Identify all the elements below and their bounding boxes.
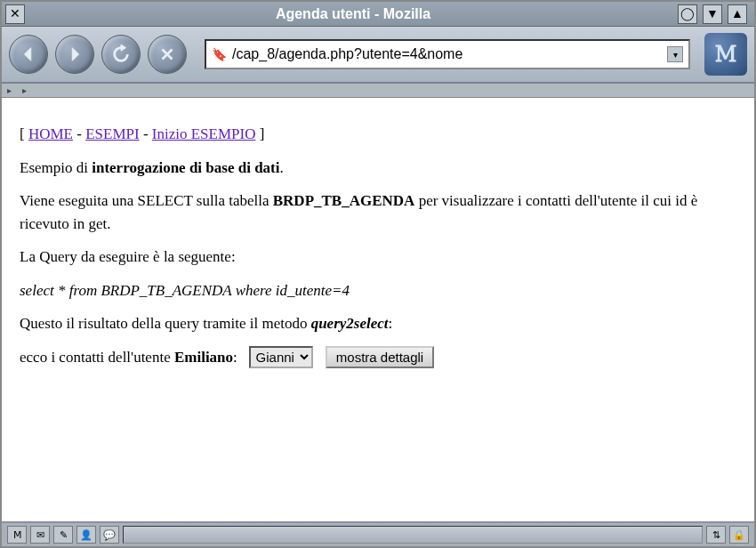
user-name: Emiliano bbox=[174, 349, 233, 366]
arrow-left-icon bbox=[19, 44, 38, 64]
text: : bbox=[233, 349, 241, 366]
query-intro: La Query da eseguire è la seguente: bbox=[20, 246, 736, 269]
select-paragraph: Viene eseguita una SELECT sulla tabella … bbox=[20, 189, 736, 235]
compose-icon[interactable]: ✎ bbox=[53, 526, 73, 544]
text: : bbox=[389, 315, 393, 332]
minimize-window-button[interactable]: ◯ bbox=[678, 4, 697, 24]
text: Questo il risultato della query tramite … bbox=[20, 315, 311, 332]
breadcrumb-sep: - bbox=[143, 125, 152, 142]
bold-text: interrogazione di base di dati bbox=[92, 159, 279, 176]
addressbook-icon[interactable]: 👤 bbox=[76, 526, 96, 544]
reload-button[interactable] bbox=[101, 35, 141, 74]
security-icon[interactable]: 🔒 bbox=[729, 526, 749, 544]
breadcrumb-home-link[interactable]: HOME bbox=[28, 125, 73, 142]
titlebar: ✕ Agenda utenti - Mozilla ◯ ▼ ▲ bbox=[2, 2, 754, 27]
url-history-dropdown[interactable]: ▾ bbox=[667, 46, 683, 62]
table-name: BRDP_TB_AGENDA bbox=[273, 192, 415, 209]
arrow-right-icon bbox=[65, 44, 84, 64]
stop-button[interactable] bbox=[148, 35, 187, 74]
navigation-toolbar: 🔖 ▾ Ⅿ bbox=[2, 27, 754, 84]
back-button[interactable] bbox=[9, 35, 48, 74]
text: . bbox=[279, 159, 283, 176]
text: ecco i contatti dell'utente bbox=[20, 349, 174, 366]
tab-scroll-left[interactable]: ▸ bbox=[2, 85, 17, 95]
maximize-window-button[interactable]: ▼ bbox=[703, 4, 722, 24]
contact-select[interactable]: Gianni bbox=[249, 346, 313, 368]
chat-icon[interactable]: 💬 bbox=[100, 526, 119, 544]
page-content: [ HOME - ESEMPI - Inizio ESEMPIO ] Esemp… bbox=[2, 98, 754, 521]
breadcrumb-sep: - bbox=[76, 125, 85, 142]
url-input[interactable] bbox=[230, 45, 667, 63]
chevron-down-icon: ▾ bbox=[673, 50, 678, 60]
stop-icon bbox=[157, 44, 177, 64]
mozilla-logo[interactable]: Ⅿ bbox=[704, 33, 747, 76]
tab-scroll-marker: ▸ bbox=[17, 85, 32, 95]
query-text: select * from BRDP_TB_AGENDA where id_ut… bbox=[20, 279, 736, 302]
url-bar[interactable]: 🔖 ▾ bbox=[205, 39, 690, 69]
triangle-up-icon: ▲ bbox=[731, 7, 744, 21]
offline-icon[interactable]: ⇅ bbox=[706, 526, 726, 544]
reload-icon bbox=[111, 44, 131, 64]
close-window-button[interactable]: ✕ bbox=[5, 4, 25, 24]
bracket-open: [ bbox=[20, 125, 28, 142]
tab-strip: ▸ ▸ bbox=[2, 84, 754, 98]
triangle-down-icon: ▼ bbox=[706, 7, 719, 21]
mozilla-logo-icon: Ⅿ bbox=[715, 42, 737, 67]
restore-window-button[interactable]: ▲ bbox=[728, 4, 747, 24]
window-title: Agenda utenti - Mozilla bbox=[28, 6, 678, 22]
show-details-button[interactable]: mostra dettagli bbox=[326, 346, 434, 368]
intro-paragraph: Esempio di interrogazione di base di dat… bbox=[20, 157, 736, 180]
text: Viene eseguita una SELECT sulla tabella bbox=[20, 192, 273, 209]
mail-icon[interactable]: ✉ bbox=[30, 526, 50, 544]
circle-icon: ◯ bbox=[680, 6, 695, 21]
page-icon: 🔖 bbox=[212, 47, 227, 61]
result-paragraph: Questo il risultato della query tramite … bbox=[20, 312, 736, 335]
statusbar: Ⅿ ✉ ✎ 👤 💬 ⇅ 🔒 bbox=[2, 521, 754, 546]
forward-button[interactable] bbox=[55, 35, 94, 74]
bracket-close: ] bbox=[260, 125, 265, 142]
statusbar-spacer bbox=[123, 526, 703, 544]
app-window: ✕ Agenda utenti - Mozilla ◯ ▼ ▲ bbox=[0, 0, 756, 548]
method-name: query2select bbox=[311, 315, 389, 332]
throbber-icon[interactable]: Ⅿ bbox=[7, 526, 27, 544]
close-icon: ✕ bbox=[10, 6, 20, 21]
contacts-line: ecco i contatti dell'utente Emiliano: Gi… bbox=[20, 346, 736, 369]
text: Esempio di bbox=[20, 159, 92, 176]
breadcrumb-inizio-link[interactable]: Inizio ESEMPIO bbox=[152, 125, 256, 142]
breadcrumb-esempi-link[interactable]: ESEMPI bbox=[85, 125, 139, 142]
breadcrumb: [ HOME - ESEMPI - Inizio ESEMPIO ] bbox=[20, 123, 736, 146]
